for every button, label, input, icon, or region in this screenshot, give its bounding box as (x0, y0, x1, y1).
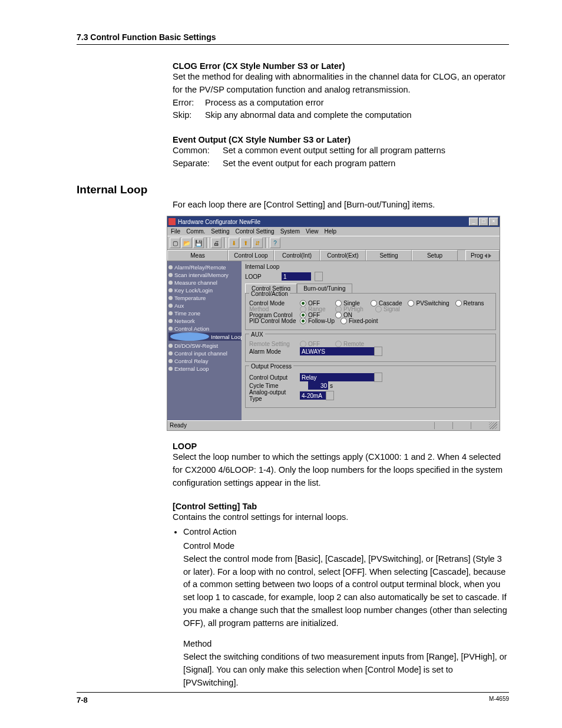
remote-off: OFF (300, 341, 329, 347)
tree-bullet-icon (168, 288, 173, 292)
subtab-burnout[interactable]: Burn-out/Tuning (297, 284, 352, 293)
pid-follow-up[interactable]: Follow-Up (300, 318, 335, 324)
tree-item[interactable]: Network (168, 317, 240, 325)
tree-item[interactable]: DI/DO/SW-Regist (168, 342, 240, 350)
main-tabs: Meas Control Loop Control(Int) Control(E… (167, 250, 500, 261)
group-control-action: Control/Action Control Mode OFF Single C… (245, 293, 496, 330)
tree-item-label: Internal Loop (211, 334, 243, 340)
loop-select[interactable]: 1 (282, 272, 311, 281)
tree-item[interactable]: Internal Loop (168, 332, 245, 341)
tab-right-icon[interactable] (488, 253, 491, 258)
tab-scroll[interactable]: Prog (465, 250, 500, 261)
menu-control-setting[interactable]: Control Setting (236, 228, 275, 235)
close-button[interactable]: × (489, 218, 498, 226)
tree-item-label: Control input channel (174, 350, 227, 357)
status-text: Ready (170, 422, 434, 429)
tree-item-label: Scan interval/Memory (174, 272, 229, 278)
tree-item[interactable]: Key Lock/Login (168, 286, 240, 294)
analog-type-label: Analog-output Type (249, 389, 300, 402)
remote-label: Remote Setting (249, 341, 300, 347)
control-mode-pvswitching[interactable]: PVSwitching (408, 300, 449, 307)
control-output-select[interactable]: Relay (300, 373, 374, 381)
analog-dd-icon[interactable] (326, 391, 334, 400)
tree-item-label: Network (174, 318, 195, 324)
save-icon[interactable]: 💾 (193, 238, 204, 248)
cycle-time-unit: s (330, 383, 333, 389)
nav-tree: Alarm/Relay/RemoteScan interval/MemoryMe… (167, 261, 242, 420)
tree-item[interactable]: Time zone (168, 309, 240, 317)
menu-view[interactable]: View (306, 228, 319, 235)
tree-item[interactable]: Control Relay (168, 357, 240, 365)
tree-item[interactable]: Scan interval/Memory (168, 271, 240, 279)
open-icon[interactable]: 📂 (181, 238, 192, 248)
tree-item[interactable]: Aux (168, 302, 240, 309)
tree-item-label: DI/DO/SW-Regist (174, 342, 218, 349)
tab-scroll-label: Prog (471, 252, 483, 259)
loop-dropdown-icon[interactable] (315, 272, 323, 281)
method-sublabel: Method (183, 638, 509, 651)
running-header: 7.3 Control Function Basic Settings (77, 32, 509, 45)
remote-remote: Remote (335, 341, 365, 347)
method-text: Select the switching conditions of two m… (183, 651, 509, 689)
tree-item[interactable]: Alarm/Relay/Remote (168, 263, 240, 271)
tab-setup[interactable]: Setup (412, 250, 458, 261)
new-icon[interactable]: ▢ (170, 238, 180, 248)
menu-setting[interactable]: Setting (211, 228, 229, 235)
tree-item-label: Control Action (174, 325, 209, 332)
control-output-label: Control Output (249, 374, 300, 381)
tree-item-label: Control Relay (174, 358, 209, 364)
alarm-mode-select[interactable]: ALWAYS (300, 347, 374, 355)
tab-setting[interactable]: Setting (366, 250, 412, 261)
help-icon[interactable]: ? (270, 238, 280, 248)
cst-intro: Contains the control settings for intern… (173, 511, 509, 524)
tree-item-label: Temperature (174, 295, 206, 301)
tree-bullet-icon (168, 367, 173, 371)
tree-bullet-icon (168, 296, 173, 300)
group-output-label: Output Process (249, 363, 293, 370)
tab-left-icon[interactable] (484, 253, 487, 258)
clog-heading: CLOG Error (CX Style Number S3 or Later) (173, 61, 509, 71)
form-panel: Internal Loop LOOP 1 Control Setting Bur… (242, 261, 500, 420)
menu-system[interactable]: System (280, 228, 300, 235)
form-title: Internal Loop (245, 263, 496, 270)
send-icon[interactable]: ⬆ (240, 238, 251, 248)
tree-bullet-icon (168, 273, 173, 277)
event-separate-key: Separate: (173, 157, 223, 170)
menu-file[interactable]: File (171, 228, 180, 235)
print-icon[interactable]: 🖨 (211, 238, 222, 248)
tree-bullet-icon (168, 265, 173, 269)
menu-comm[interactable]: Comm. (186, 228, 205, 235)
pid-mode-label: PID Control Mode (249, 318, 300, 324)
pid-fixed-point[interactable]: Fixed-point (340, 318, 378, 324)
tree-item[interactable]: Control Action (168, 325, 240, 332)
tab-control-int[interactable]: Control(Int) (274, 250, 320, 261)
cycle-time-input[interactable]: 30 (308, 381, 328, 390)
tree-item[interactable]: Control input channel (168, 350, 240, 357)
tree-item[interactable]: Temperature (168, 294, 240, 302)
titlebar: Hardware Configurator NewFile _ □ × (167, 216, 500, 227)
receive-icon[interactable]: ⬇ (229, 238, 239, 248)
menu-help[interactable]: Help (325, 228, 337, 235)
group-aux-label: AUX (249, 331, 265, 338)
tree-bullet-icon (168, 281, 173, 285)
tree-item-label: External Loop (174, 365, 209, 372)
transfer-icon[interactable]: ⇵ (252, 238, 263, 248)
tab-meas[interactable]: Meas (167, 250, 228, 261)
resize-grip-icon[interactable] (489, 422, 497, 429)
maximize-button[interactable]: □ (479, 218, 488, 226)
cycle-time-label: Cycle Time (249, 383, 300, 389)
tree-bullet-icon (168, 304, 173, 308)
alarm-dd-icon[interactable] (374, 347, 382, 356)
tree-item[interactable]: Measure channel (168, 279, 240, 286)
tree-bullet-icon (168, 344, 173, 348)
toolbar: ▢ 📂 💾 🖨 ⬇ ⬆ ⇵ ? (167, 236, 500, 250)
tab-control-loop[interactable]: Control Loop (228, 250, 274, 261)
tree-item[interactable]: External Loop (168, 365, 240, 373)
control-output-dd-icon[interactable] (374, 373, 382, 382)
control-mode-retrans[interactable]: Retrans (455, 300, 485, 307)
minimize-button[interactable]: _ (469, 218, 478, 226)
tab-control-ext[interactable]: Control(Ext) (320, 250, 366, 261)
analog-type-select[interactable]: 4-20mA (300, 391, 326, 400)
clog-error-val: Process as a computation error (205, 97, 509, 110)
clog-error-key: Error: (173, 97, 205, 110)
